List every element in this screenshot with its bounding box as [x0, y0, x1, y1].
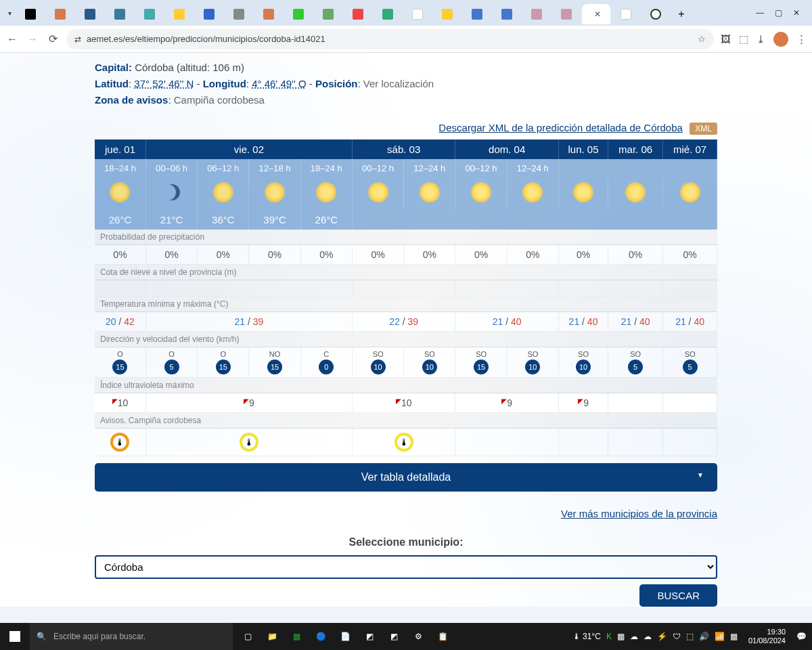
- tab[interactable]: [463, 4, 491, 24]
- maximize-button[interactable]: ▢: [775, 8, 782, 18]
- tray-icon[interactable]: ☁: [630, 632, 638, 641]
- tab[interactable]: [493, 4, 521, 24]
- url-text: aemet.es/es/eltiempo/prediccion/municipi…: [87, 34, 325, 44]
- tray-icon[interactable]: ▦: [730, 632, 738, 641]
- close-icon[interactable]: ✕: [594, 9, 601, 19]
- hour-cell: 00–12 h: [352, 159, 403, 177]
- uv-label: Índice ultravioleta máximo: [95, 378, 717, 393]
- tab[interactable]: [76, 4, 104, 24]
- thermometer-icon: 🌡: [240, 433, 258, 452]
- tray-icon[interactable]: ☁: [644, 632, 652, 641]
- network-icon[interactable]: 📶: [715, 632, 725, 641]
- url-input[interactable]: ⇄ aemet.es/es/eltiempo/prediccion/munici…: [66, 29, 714, 49]
- tray-icon[interactable]: ⚡: [657, 632, 667, 641]
- xml-badge[interactable]: XML: [690, 123, 717, 135]
- tab[interactable]: [135, 4, 164, 24]
- day-header[interactable]: mié. 07: [663, 139, 717, 159]
- hour-cell: 18–24 h: [300, 159, 352, 177]
- tab[interactable]: [165, 4, 194, 24]
- tab[interactable]: [552, 4, 581, 24]
- explorer-icon[interactable]: 📁: [264, 628, 280, 645]
- tab[interactable]: [374, 4, 402, 24]
- back-button[interactable]: ←: [5, 33, 19, 45]
- chrome-icon[interactable]: 🔵: [313, 628, 329, 645]
- taskbar-search[interactable]: 🔍 Escribe aquí para buscar.: [30, 623, 233, 650]
- app-icon[interactable]: ◩: [361, 628, 378, 645]
- menu-icon[interactable]: ⋮: [796, 33, 807, 45]
- uv-cell: ◤9: [558, 393, 608, 413]
- day-header[interactable]: dom. 04: [455, 139, 559, 159]
- notifications-icon[interactable]: 💬: [796, 632, 807, 641]
- app-icon[interactable]: ⚙: [410, 628, 426, 645]
- close-button[interactable]: ✕: [793, 8, 800, 18]
- window-controls: — ▢ ✕: [746, 8, 809, 18]
- hour-cell: 00–06 h: [145, 159, 197, 177]
- pos-link[interactable]: Ver localización: [363, 78, 434, 89]
- tab[interactable]: [195, 4, 223, 24]
- hour-cell: 12–24 h: [404, 159, 455, 177]
- tab[interactable]: [522, 4, 551, 24]
- tab[interactable]: [106, 4, 134, 24]
- clock[interactable]: 19:30 01/08/2024: [743, 628, 791, 645]
- tab[interactable]: [641, 4, 670, 24]
- forecast-table: jue. 01 vie. 02 sáb. 03 dom. 04 lun. 05 …: [95, 139, 717, 456]
- tray-icon[interactable]: ⬚: [686, 632, 694, 641]
- hour-cell: 12–18 h: [249, 159, 300, 177]
- wind-cell: SO10: [507, 347, 558, 378]
- wind-cell: SO5: [663, 347, 717, 378]
- excel-icon[interactable]: ▦: [288, 628, 304, 645]
- wind-cell: SO5: [608, 347, 663, 378]
- tabs-dropdown[interactable]: ▾: [3, 9, 16, 17]
- tab[interactable]: [433, 4, 461, 24]
- day-header[interactable]: sáb. 03: [352, 139, 455, 159]
- precip-label: Probabilidad de precipitación: [95, 230, 717, 245]
- tab[interactable]: [254, 4, 283, 24]
- tray-icon[interactable]: K: [606, 632, 612, 641]
- tab[interactable]: [612, 4, 640, 24]
- reload-button[interactable]: ⟳: [46, 32, 60, 45]
- profile-avatar[interactable]: [773, 32, 788, 47]
- day-header[interactable]: mar. 06: [608, 139, 663, 159]
- tab[interactable]: [344, 4, 372, 24]
- municipality-select[interactable]: Córdoba: [95, 555, 717, 579]
- new-tab-button[interactable]: +: [671, 4, 692, 24]
- tab[interactable]: [225, 4, 253, 24]
- more-municipalities-link[interactable]: Ver más municipios de la provincia: [561, 508, 717, 519]
- day-header[interactable]: lun. 05: [558, 139, 608, 159]
- tab[interactable]: [403, 4, 432, 24]
- taskbar: 🔍 Escribe aquí para buscar. ▢ 📁 ▦ 🔵 📄 ◩ …: [0, 623, 812, 650]
- bookmark-icon[interactable]: ☆: [698, 34, 706, 44]
- task-view-icon[interactable]: ▢: [240, 628, 256, 645]
- forward-button[interactable]: →: [26, 33, 39, 45]
- extensions-icon[interactable]: ⬚: [739, 33, 748, 45]
- tray-icon[interactable]: ▦: [617, 632, 625, 641]
- detail-table-button[interactable]: Ver tabla detallada ▼: [95, 463, 717, 492]
- image-icon[interactable]: 🖼: [721, 33, 731, 45]
- search-button[interactable]: BUSCAR: [639, 584, 717, 607]
- sky-icon: [608, 177, 663, 210]
- lon-label: Longitud: [203, 78, 246, 89]
- app-icon[interactable]: ◩: [386, 628, 402, 645]
- volume-icon[interactable]: 🔊: [699, 632, 709, 641]
- day-header[interactable]: vie. 02: [145, 139, 352, 159]
- temp-cell: 21°C: [145, 210, 197, 230]
- tab[interactable]: [16, 4, 45, 24]
- tab[interactable]: [46, 4, 74, 24]
- site-info-icon[interactable]: ⇄: [74, 35, 81, 44]
- downloads-icon[interactable]: ⤓: [757, 33, 765, 45]
- xml-download-link[interactable]: Descargar XML de la predicción detallada…: [438, 122, 683, 133]
- tab[interactable]: [284, 4, 313, 24]
- weather-widget[interactable]: 🌡 31°C: [572, 632, 601, 641]
- sky-icon: [95, 177, 145, 210]
- app-icon[interactable]: 📋: [434, 628, 451, 645]
- precip-cell: 0%: [198, 245, 249, 265]
- precip-cell: 0%: [455, 245, 507, 265]
- app-icon[interactable]: 📄: [337, 628, 353, 645]
- browser-tab-strip: ▾ ✕ + — ▢ ✕: [0, 0, 812, 26]
- tab[interactable]: [314, 4, 342, 24]
- tray-icon[interactable]: 🛡: [673, 632, 681, 641]
- day-header[interactable]: jue. 01: [95, 139, 145, 159]
- tab-active[interactable]: ✕: [582, 4, 610, 24]
- minimize-button[interactable]: —: [756, 8, 764, 18]
- start-button[interactable]: [0, 623, 30, 650]
